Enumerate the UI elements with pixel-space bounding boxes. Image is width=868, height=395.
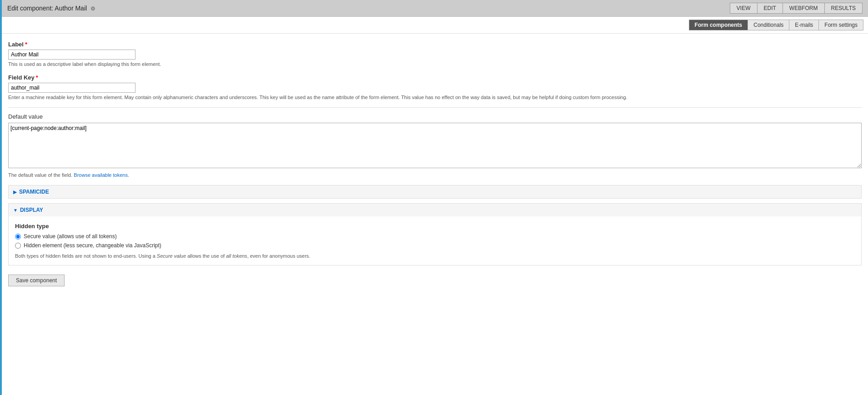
spamicide-label: SPAMICIDE	[19, 189, 49, 195]
default-value-help: The default value of the field. Browse a…	[8, 172, 862, 178]
label-help-text: This is used as a descriptive label when…	[8, 61, 862, 67]
label-group: Label* This is used as a descriptive lab…	[8, 41, 862, 67]
default-value-label: Default value	[8, 107, 862, 120]
display-arrow: ▼	[13, 208, 18, 213]
webform-button[interactable]: WEBFORM	[783, 3, 824, 14]
page-title: Edit component: Author Mail ⚙	[7, 5, 95, 12]
browse-tokens-link[interactable]: Browse available tokens.	[74, 172, 129, 178]
spamicide-header[interactable]: ▶ SPAMICIDE	[9, 185, 861, 198]
both-types-note: Both types of hidden fields are not show…	[15, 253, 855, 259]
tab-emails[interactable]: E-mails	[789, 20, 818, 30]
hidden-type-radio-group: Secure value (allows use of all tokens) …	[15, 233, 855, 249]
field-key-label: Field Key*	[8, 74, 862, 81]
field-key-group: Field Key* Enter a machine readable key …	[8, 74, 862, 100]
tab-conditionals[interactable]: Conditionals	[748, 20, 789, 30]
field-key-input[interactable]	[8, 83, 135, 93]
top-header: Edit component: Author Mail ⚙ VIEW EDIT …	[2, 0, 868, 17]
edit-button[interactable]: EDIT	[757, 3, 783, 14]
save-component-button[interactable]: Save component	[8, 275, 65, 286]
view-button[interactable]: VIEW	[730, 3, 757, 14]
radio-secure-text: Secure value (allows use of all tokens)	[24, 233, 117, 240]
radio-hidden-label[interactable]: Hidden element (less secure, changeable …	[15, 242, 855, 249]
radio-secure[interactable]	[15, 234, 21, 240]
radio-hidden[interactable]	[15, 243, 21, 249]
label-required-star: *	[25, 41, 27, 48]
display-body: Hidden type Secure value (allows use of …	[9, 216, 861, 265]
default-value-group: Default value [current-page:node:author:…	[8, 107, 862, 178]
hidden-type-label: Hidden type	[15, 223, 855, 230]
gear-icon: ⚙	[90, 5, 95, 12]
results-button[interactable]: RESULTS	[824, 3, 863, 14]
display-header[interactable]: ▼ DISPLAY	[9, 204, 861, 216]
top-nav: VIEW EDIT WEBFORM RESULTS	[730, 3, 863, 14]
display-label: DISPLAY	[20, 207, 43, 213]
tab-form-settings[interactable]: Form settings	[818, 20, 863, 30]
radio-hidden-text: Hidden element (less secure, changeable …	[24, 242, 161, 249]
display-section: ▼ DISPLAY Hidden type Secure value (allo…	[8, 203, 862, 265]
field-key-required-star: *	[36, 74, 38, 81]
radio-secure-label[interactable]: Secure value (allows use of all tokens)	[15, 233, 855, 240]
label-input[interactable]	[8, 50, 135, 60]
page-title-text: Edit component: Author Mail	[7, 5, 87, 12]
sub-nav: Form components Conditionals E-mails For…	[2, 17, 868, 34]
spamicide-section: ▶ SPAMICIDE	[8, 185, 862, 199]
left-accent-bar	[0, 0, 2, 294]
field-key-help-text: Enter a machine readable key for this fo…	[8, 95, 862, 100]
tab-form-components[interactable]: Form components	[689, 20, 748, 30]
default-value-textarea[interactable]: [current-page:node:author:mail]	[8, 123, 862, 168]
spamicide-arrow: ▶	[13, 190, 17, 195]
label-field-label: Label*	[8, 41, 862, 48]
main-content: Label* This is used as a descriptive lab…	[2, 34, 868, 294]
